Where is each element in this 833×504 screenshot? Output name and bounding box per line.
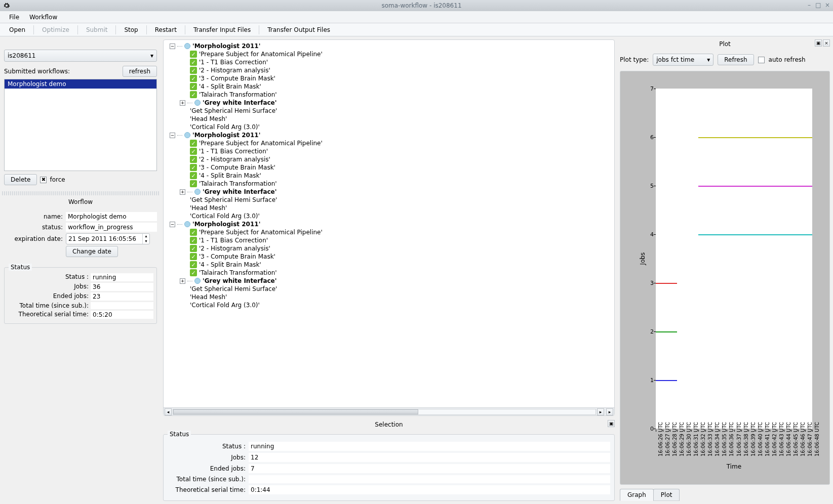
x-tick-label: 16:06:31 UTC xyxy=(693,422,699,456)
scroll-right-icon[interactable]: ▸ xyxy=(597,408,604,415)
tree-row[interactable]: +'Grey white Interface' xyxy=(168,188,612,196)
total-key: Total time (since sub.): xyxy=(8,302,91,309)
toolbar-restart[interactable]: Restart xyxy=(149,24,183,35)
plot-toolbar: Plot type: jobs fct time ▾ Refresh auto … xyxy=(620,54,830,66)
tree-label: 'Head Mesh' xyxy=(190,293,227,301)
tree-label: '2 - Histogram analysis' xyxy=(199,245,270,252)
tree-row[interactable]: 'Head Mesh' xyxy=(168,293,612,301)
toolbar-separator xyxy=(185,25,185,34)
tree-row[interactable]: 'Get Spherical Hemi Surface' xyxy=(168,285,612,293)
tree-row[interactable]: ✓'Talairach Transformation' xyxy=(168,91,612,99)
plot-type-combo[interactable]: jobs fct time ▾ xyxy=(653,54,713,66)
expiration-input[interactable] xyxy=(66,235,142,242)
tree-row[interactable]: 'Get Spherical Hemi Surface' xyxy=(168,196,612,204)
plot-tabs: Graph Plot xyxy=(620,489,830,501)
horizontal-scrollbar[interactable]: ◂ ▸ ▸ xyxy=(164,407,614,415)
tree-row[interactable]: −'Morphologist 2011' xyxy=(168,220,612,228)
tree-row[interactable]: 'Head Mesh' xyxy=(168,115,612,123)
x-tick-label: 16:06:42 UTC xyxy=(772,422,777,456)
menu-workflow[interactable]: Workflow xyxy=(24,12,62,22)
tree-row[interactable]: ✓'4 - Split Brain Mask' xyxy=(168,82,612,91)
tree-row[interactable]: ✓'2 - Histogram analysis' xyxy=(168,66,612,74)
tree-row[interactable]: +'Grey white Interface' xyxy=(168,277,612,285)
toolbar-transfer-input[interactable]: Transfer Input Files xyxy=(187,24,257,35)
tab-plot[interactable]: Plot xyxy=(653,489,680,501)
refresh-button[interactable]: refresh xyxy=(123,66,157,77)
tree-row[interactable]: ✓'3 - Compute Brain Mask' xyxy=(168,253,612,261)
toolbar-optimize: Optimize xyxy=(36,24,75,35)
force-checkbox[interactable]: ✖ xyxy=(40,177,47,183)
tree-view[interactable]: −'Morphologist 2011'✓'Prepare Subject fo… xyxy=(163,39,615,416)
maximize-icon[interactable]: □ xyxy=(815,2,822,9)
spin-up-icon[interactable]: ▴ xyxy=(142,234,149,239)
tree-row[interactable]: ✓'1 - T1 Bias Correction' xyxy=(168,147,612,155)
resource-combo[interactable]: is208611 ▾ xyxy=(4,50,157,62)
tree-row[interactable]: ✓'Prepare Subject for Anatomical Pipelin… xyxy=(168,50,612,58)
spin-down-icon[interactable]: ▾ xyxy=(142,239,149,244)
minimize-icon[interactable]: – xyxy=(806,2,813,9)
scroll-thumb[interactable] xyxy=(173,409,418,414)
tree-row[interactable]: ✓'4 - Split Brain Mask' xyxy=(168,261,612,269)
checkmark-icon: ✓ xyxy=(190,51,197,58)
expand-icon[interactable]: + xyxy=(180,189,185,195)
scroll-end-icon[interactable]: ▸ xyxy=(606,408,613,415)
tree-row[interactable]: −'Morphologist 2011' xyxy=(168,131,612,139)
tree-row[interactable]: ✓'Talairach Transformation' xyxy=(168,180,612,188)
change-date-button[interactable]: Change date xyxy=(66,246,118,257)
expiration-spinbox[interactable]: ▴▾ xyxy=(66,233,150,244)
tree-label: 'Get Spherical Hemi Surface' xyxy=(190,107,277,114)
tree-row[interactable]: 'Cortical Fold Arg (3.0)' xyxy=(168,301,612,309)
tree-row[interactable]: −'Morphologist 2011' xyxy=(168,42,612,50)
scroll-track[interactable] xyxy=(173,409,596,415)
tree-row[interactable]: 'Head Mesh' xyxy=(168,204,612,212)
menu-file[interactable]: File xyxy=(4,12,24,22)
toolbar-separator xyxy=(146,25,147,34)
expand-icon[interactable]: + xyxy=(180,100,185,106)
expiration-label: expiration date: xyxy=(4,235,63,242)
tree-row[interactable]: 'Get Spherical Hemi Surface' xyxy=(168,107,612,115)
collapse-icon[interactable]: − xyxy=(170,133,175,138)
status-val: running xyxy=(91,273,153,281)
toolbar-stop[interactable]: Stop xyxy=(118,24,144,35)
detach-icon[interactable]: ▣ xyxy=(815,39,822,47)
tree-label: 'Get Spherical Hemi Surface' xyxy=(190,285,277,292)
workflow-item[interactable]: Morphologist demo xyxy=(5,79,156,89)
tree-row[interactable]: ✓'1 - T1 Bias Correction' xyxy=(168,236,612,244)
collapse-icon[interactable]: − xyxy=(170,222,175,227)
auto-refresh-checkbox[interactable] xyxy=(758,57,765,63)
selection-box-title: Status xyxy=(168,431,191,438)
tree-row[interactable]: ✓'4 - Split Brain Mask' xyxy=(168,172,612,180)
data-line xyxy=(656,380,677,381)
tree-row[interactable]: ✓'3 - Compute Brain Mask' xyxy=(168,74,612,82)
divider xyxy=(2,191,159,195)
tree-row[interactable]: ✓'Talairach Transformation' xyxy=(168,269,612,277)
collapse-icon[interactable]: − xyxy=(170,44,175,49)
tree-row[interactable]: ✓'1 - T1 Bias Correction' xyxy=(168,58,612,66)
delete-button[interactable]: Delete xyxy=(4,174,37,185)
toolbar: Open Optimize Submit Stop Restart Transf… xyxy=(0,23,833,36)
toolbar-open[interactable]: Open xyxy=(3,24,31,35)
tree-row[interactable]: ✓'2 - Histogram analysis' xyxy=(168,244,612,253)
tree-row[interactable]: ✓'Prepare Subject for Anatomical Pipelin… xyxy=(168,228,612,236)
data-line xyxy=(698,186,812,187)
name-label: name: xyxy=(4,213,63,220)
tree-row[interactable]: +'Grey white Interface' xyxy=(168,99,612,107)
detach-icon[interactable]: ▣ xyxy=(608,420,615,427)
scroll-left-icon[interactable]: ◂ xyxy=(165,408,172,415)
toolbar-transfer-output[interactable]: Transfer Output Files xyxy=(261,24,336,35)
checkmark-icon: ✓ xyxy=(190,180,197,187)
tree-row[interactable]: ✓'2 - Histogram analysis' xyxy=(168,155,612,163)
workflows-list[interactable]: Morphologist demo xyxy=(4,79,157,171)
close-icon[interactable]: × xyxy=(824,2,831,9)
tree-row[interactable]: 'Cortical Fold Arg (3.0)' xyxy=(168,123,612,131)
close-icon[interactable]: × xyxy=(823,39,830,47)
window-title: soma-workflow - is208611 xyxy=(10,2,833,9)
expand-icon[interactable]: + xyxy=(180,278,185,284)
tree-row[interactable]: 'Cortical Fold Arg (3.0)' xyxy=(168,212,612,220)
chevron-down-icon: ▾ xyxy=(707,56,710,63)
tree-row[interactable]: ✓'Prepare Subject for Anatomical Pipelin… xyxy=(168,139,612,147)
tab-graph[interactable]: Graph xyxy=(620,489,654,501)
x-tick-label: 16:06:41 UTC xyxy=(765,422,770,456)
tree-row[interactable]: ✓'3 - Compute Brain Mask' xyxy=(168,163,612,172)
plot-refresh-button[interactable]: Refresh xyxy=(718,54,753,65)
